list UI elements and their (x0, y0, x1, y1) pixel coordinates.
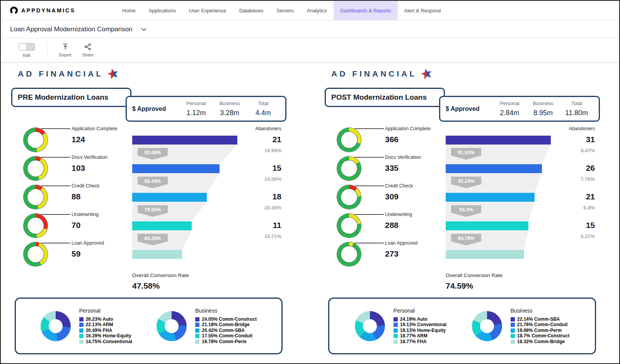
legend-item: 21.76% Comm-Conduit (511, 322, 569, 328)
legend-items: 24.19% Auto19.13% Conventional19.13% Hom… (393, 316, 446, 345)
ad-financial-logo: AD FINANCIAL (18, 68, 296, 79)
legend-swatch (393, 340, 398, 344)
health-gauge (24, 242, 48, 266)
stage-label: Credit Check (385, 183, 413, 189)
edit-toggle[interactable] (19, 43, 35, 51)
legend-label: 16.39% Home-Equity (86, 333, 131, 339)
gauge-connector-line (41, 243, 70, 243)
edit-label: Edit (23, 53, 31, 58)
nav-item-servers[interactable]: Servers (270, 1, 300, 20)
legend-swatch (511, 323, 515, 327)
export-button[interactable]: Export (59, 43, 72, 57)
abandoner-count: 31 (586, 135, 595, 144)
donut-legend: Personal 24.19% Auto19.13% Conventional1… (393, 308, 446, 345)
abandoner-percent: 5.21% (581, 233, 595, 239)
donut-chart (355, 311, 385, 341)
legend-item: 18.77% FHA (393, 339, 446, 345)
donut-legend: Personal 26.23% Auto22.13% ARM20.49% FHA… (79, 308, 132, 345)
gauge-connector-line (354, 128, 384, 129)
gauge-hole (341, 218, 357, 234)
star-icon (107, 67, 119, 80)
overall-conversion-value: 74.59% (446, 281, 610, 291)
nav-item-databases[interactable]: Databases (233, 1, 270, 20)
funnel-bar (446, 221, 528, 230)
chevron-down-icon[interactable] (141, 28, 146, 31)
appdynamics-logo-icon (10, 7, 18, 14)
legend-label: 20.49% FHA (86, 328, 112, 333)
legend-label: 14.75% Conventional (86, 339, 132, 345)
nav-item-dashboards-reports[interactable]: Dashboards & Reports (334, 1, 398, 20)
legend-label: 21.18% Comm-Bridge (202, 322, 249, 328)
legend-item: 16.79% Comm-Perm (195, 339, 257, 345)
nav-item-alert-respond[interactable]: Alert & Respond (398, 1, 448, 20)
legend-title: Business (195, 308, 257, 314)
toggle-off-half (19, 44, 27, 50)
legend-label: 18.77% ARM (400, 333, 428, 339)
panel-heading-text: PRE Modernization Loans (18, 93, 108, 102)
approved-col-business: Business 3.28m (213, 100, 247, 117)
legend-swatch (511, 340, 515, 344)
donut-chart (41, 311, 71, 341)
legend-title: Business (511, 308, 569, 314)
approved-col-value: 1.12m (179, 109, 213, 117)
approved-col-value: 3.28m (213, 109, 247, 117)
approved-col-label: Business (213, 100, 247, 106)
approved-label: $ Approved (446, 105, 493, 112)
share-icon (84, 43, 91, 50)
legend-label: 22.13% ARM (86, 322, 113, 328)
legend-label: 18.77% FHA (400, 339, 427, 345)
legend-item: 17.55% Comm-Conduit (195, 333, 257, 339)
abandoner-count: 15 (273, 163, 281, 173)
legend-item: 14.75% Conventional (79, 339, 132, 345)
health-gauge (337, 128, 361, 152)
funnel-bar (446, 164, 542, 173)
legend-label: 18.7% Comm-Construct (517, 333, 569, 339)
gauge-connector-line (354, 214, 384, 215)
stage-label: Underwriting (72, 212, 99, 217)
abandoner-count: 18 (273, 192, 281, 201)
legend-title: Personal (79, 308, 132, 314)
nav-item-applications[interactable]: Applications (142, 1, 182, 20)
health-gauge (24, 128, 48, 152)
legend-label: 26.23% Auto (86, 316, 113, 322)
funnel: Abandoners 83.06%85.44%79.55%84.29% Appl… (10, 125, 282, 261)
loan-mix-box: Personal 26.23% Auto22.13% ARM20.49% FHA… (15, 298, 283, 354)
gauge-connector-line (41, 157, 70, 158)
overall-conversion: Overall Conversion Rate 47.58% (132, 272, 296, 291)
approved-label: $ Approved (132, 105, 179, 112)
abandoner-percent: 16.94% (264, 148, 281, 153)
health-gauge (24, 156, 48, 180)
funnel-bar (132, 250, 182, 259)
overall-conversion: Overall Conversion Rate 74.59% (446, 272, 610, 291)
stage-label: Application Complete (385, 126, 431, 131)
share-label: Share (82, 53, 94, 57)
share-button[interactable]: Share (82, 43, 94, 57)
funnel-bar (446, 136, 551, 145)
legend-swatch (511, 328, 515, 333)
health-gauge (337, 156, 361, 180)
abandoner-percent: 8.47% (581, 148, 595, 153)
nav-item-analytics[interactable]: Analytics (300, 1, 334, 20)
legend-swatch (511, 317, 515, 321)
nav-item-user-experience[interactable]: User Experience (182, 1, 233, 20)
top-nav: APPDYNAMICS HomeApplicationsUser Experie… (1, 1, 619, 20)
legend-items: 22.14% Comm-SBA21.76% Comm-Conduit19.08%… (511, 316, 569, 345)
appdynamics-brand[interactable]: APPDYNAMICS (10, 1, 75, 20)
legend-item: 16.39% Home-Equity (79, 333, 132, 339)
legend-swatch (79, 323, 83, 327)
edit-toggle-group: Edit (19, 43, 35, 58)
gauge-hole (341, 246, 357, 262)
legend-label: 18.32% Comm-Bridge (517, 339, 565, 345)
health-gauge (24, 214, 48, 238)
nav-item-home[interactable]: Home (116, 1, 142, 20)
stage-count: 70 (72, 221, 80, 230)
donut-group: Business 24.05% Comm-Construct21.18% Com… (157, 308, 257, 345)
legend-label: 16.79% Comm-Perm (202, 339, 246, 345)
toggle-knob (27, 44, 35, 50)
legend-items: 24.05% Comm-Construct21.18% Comm-Bridge2… (195, 316, 257, 345)
export-label: Export (59, 53, 72, 57)
overall-conversion-label: Overall Conversion Rate (446, 272, 610, 278)
abandoner-percent: 20.45% (264, 205, 281, 211)
legend-item: 24.05% Comm-Construct (195, 316, 257, 322)
stage-count: 309 (385, 192, 399, 201)
